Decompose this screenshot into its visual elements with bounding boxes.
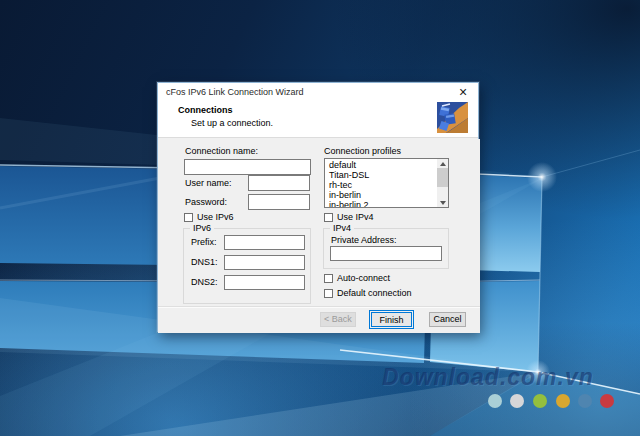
auto-connect-label: Auto-connect [337, 273, 390, 283]
user-name-label: User name: [185, 175, 232, 191]
use-ipv4-checkbox[interactable]: Use IPv4 [324, 212, 374, 222]
list-item[interactable]: in-berlin 2 [325, 200, 436, 208]
auto-connect-checkbox[interactable]: Auto-connect [324, 273, 390, 283]
list-item[interactable]: default [325, 160, 436, 170]
checkbox-box[interactable] [324, 213, 333, 222]
scrollbar-thumb[interactable] [437, 168, 448, 187]
connection-profiles-label: Connection profiles [324, 146, 401, 156]
page-subtitle: Set up a connection. [191, 118, 273, 128]
user-name-input[interactable] [248, 175, 310, 191]
wizard-body: Connection name: User name: Password: Co… [158, 139, 480, 333]
private-address-label: Private Address: [331, 235, 397, 245]
close-icon[interactable]: × [456, 85, 470, 99]
list-item[interactable]: in-berlin [325, 190, 436, 200]
finish-button[interactable]: Finish [371, 312, 412, 327]
dns1-label: DNS1: [191, 255, 218, 270]
use-ipv6-checkbox[interactable]: Use IPv6 [184, 212, 234, 222]
watermark-dot-3 [533, 394, 547, 408]
window-title: cFos IPv6 Link Connection Wizard [166, 87, 304, 97]
checkbox-box[interactable] [184, 213, 193, 222]
watermark-dot-5 [578, 394, 592, 408]
private-address-input[interactable] [330, 246, 442, 261]
use-ipv4-label: Use IPv4 [337, 212, 374, 222]
dns1-input[interactable] [224, 255, 305, 270]
connection-profiles-list[interactable]: default Titan-DSL rh-tec in-berlin in-be… [324, 158, 449, 208]
dns2-label: DNS2: [191, 275, 218, 290]
checkbox-box[interactable] [324, 274, 333, 283]
scroll-up-icon[interactable] [437, 159, 448, 168]
wizard-header: Connections Set up a connection. [158, 101, 478, 138]
cancel-button[interactable]: Cancel [429, 312, 466, 327]
dns2-input[interactable] [224, 275, 305, 290]
prefix-input[interactable] [224, 235, 305, 250]
wizard-dialog: cFos IPv6 Link Connection Wizard × Conne… [157, 82, 479, 332]
watermark-dot-4 [556, 394, 570, 408]
watermark-dot-2 [510, 394, 524, 408]
button-separator [158, 306, 480, 307]
watermark-dot-6 [600, 394, 614, 408]
connection-name-label: Connection name: [185, 146, 258, 156]
scroll-down-icon[interactable] [437, 198, 448, 207]
page-title: Connections [178, 105, 233, 115]
password-label: Password: [185, 194, 227, 210]
connection-name-input[interactable] [184, 159, 311, 175]
use-ipv6-label: Use IPv6 [197, 212, 234, 222]
prefix-label: Prefix: [191, 235, 217, 250]
password-input[interactable] [248, 194, 310, 210]
default-connection-checkbox[interactable]: Default connection [324, 288, 412, 298]
ipv6-group-label: IPv6 [190, 223, 214, 233]
watermark: Download.com.vn [382, 364, 594, 391]
ipv4-group: IPv4 Private Address: [323, 228, 449, 269]
list-scrollbar[interactable] [437, 159, 448, 207]
ipv4-group-label: IPv4 [330, 223, 354, 233]
watermark-dot-1 [488, 394, 502, 408]
title-bar[interactable]: cFos IPv6 Link Connection Wizard × [158, 83, 478, 101]
list-item[interactable]: Titan-DSL [325, 170, 436, 180]
checkbox-box[interactable] [324, 289, 333, 298]
wizard-banner-image [437, 102, 468, 133]
finish-button-focus-ring: Finish [369, 310, 414, 329]
desktop: Download.com.vn cFos IPv6 Link Connectio… [0, 0, 640, 436]
ipv6-group: IPv6 Prefix: DNS1: DNS2: [183, 228, 311, 304]
list-item[interactable]: rh-tec [325, 180, 436, 190]
back-button: < Back [320, 312, 356, 327]
default-connection-label: Default connection [337, 288, 412, 298]
